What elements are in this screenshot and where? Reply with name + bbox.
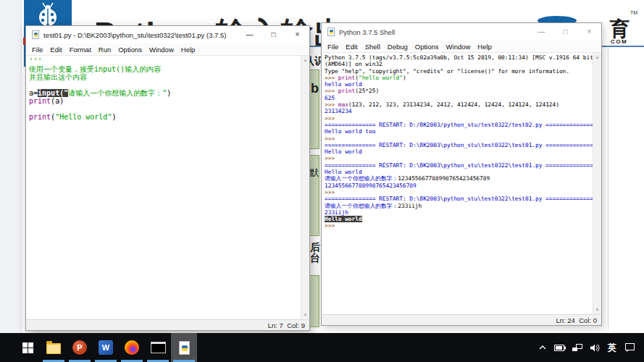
editor-window-title: test01.py - D:\BK2003\python_stu\test032… [43,31,226,39]
editor-menu-format[interactable]: Format [66,46,95,54]
editor-text-area[interactable]: '''使用一个变量，接受input()输入的内容并且输出这个内容 a=input… [26,56,309,319]
code-line: Type "help", "copyright", "credits" or "… [325,68,593,75]
action-center-icon[interactable] [624,341,635,354]
scroll-down-icon[interactable]: ▼ [593,306,601,314]
scroll-up-icon[interactable]: ▲ [593,53,601,62]
code-line: print("Hello world") [29,113,301,121]
taskbar-word[interactable]: W [93,333,119,362]
editor-cursor-position: Ln: 7 Col: 9 [268,321,305,329]
shell-minimize-button[interactable]: — [530,23,553,41]
slide-text-fragment: 默 [309,167,319,180]
editor-window: test01.py - D:\BK2003\python_stu\test032… [25,25,310,331]
brand-com: COM [611,38,627,45]
code-line: =============== RESTART: D:\BK2003\pytho… [325,195,593,202]
taskbar-firefox[interactable] [119,333,145,362]
file-explorer-icon [46,343,61,354]
code-line: >>> [325,222,593,229]
code-line: =============== RESTART: D:/BK2003/pytho… [325,122,593,128]
battery-icon[interactable] [554,341,566,354]
python-idle-icon [179,341,190,355]
code-line: print(a) [29,97,301,105]
shell-menubar: FileEditShellDebugOptionsWindowHelp [322,41,601,53]
shell-window-title: Python 3.7.5 Shell [339,28,395,36]
editor-menu-options[interactable]: Options [114,46,146,54]
shell-scrollbar[interactable]: ▲ ▼ [593,53,601,314]
brand-trademark: TM [630,10,637,15]
taskbar-powerpoint[interactable]: P [67,333,93,362]
code-line: Python 3.7.5 (tags/v3.7.5:5c02a39a0b, Oc… [325,54,593,61]
editor-code[interactable]: '''使用一个变量，接受input()输入的内容并且输出这个内容 a=input… [26,56,301,319]
code-line: Hello world [325,216,593,222]
code-line: 并且输出这个内容 [29,73,301,81]
taskbar-file-explorer[interactable] [41,333,67,362]
shell-titlebar[interactable]: Python 3.7.5 Shell — □ × [322,23,601,41]
ladybug-icon [35,2,60,28]
terminal-icon [151,342,166,353]
editor-maximize-button[interactable]: □ [262,26,285,43]
slide-text-fragment: b [311,81,319,96]
shell-menu-help[interactable]: Help [474,43,495,51]
page-left-margin [0,0,22,333]
shell-transcript[interactable]: Python 3.7.5 (tags/v3.7.5:5c02a39a0b, Oc… [322,53,593,314]
taskbar-python-idle[interactable] [171,333,197,362]
code-line: 23134234 [325,108,593,114]
word-icon: W [99,340,113,355]
shell-menu-file[interactable]: File [324,43,342,51]
firefox-icon [125,340,139,355]
code-line: Hello world [325,148,593,155]
shell-menu-window[interactable]: Window [443,43,474,51]
start-button[interactable] [14,333,41,362]
shell-close-button[interactable]: × [577,23,601,41]
code-line: Hello world [325,169,593,175]
volume-icon[interactable] [589,341,601,354]
python-file-icon [32,30,39,39]
ime-label: 英 [608,342,616,354]
powerpoint-icon: P [72,340,87,355]
shell-maximize-button[interactable]: □ [553,23,577,41]
code-line: 使用一个变量，接受input()输入的内容 [29,65,301,73]
taskbar-terminal[interactable] [145,333,171,362]
taskbar: P W 英 [0,333,644,362]
editor-menu-file[interactable]: File [28,46,46,54]
editor-scrollbar[interactable]: ▲ ▼ [301,56,309,319]
code-line: 233iijh [325,209,593,216]
shell-menu-edit[interactable]: Edit [342,43,361,51]
scroll-up-icon[interactable]: ▲ [301,56,309,64]
page-edge-line [608,48,609,330]
network-icon[interactable] [572,341,583,354]
editor-minimize-button[interactable]: — [238,26,262,43]
shell-window: Python 3.7.5 Shell — □ × FileEditShellDe… [321,22,602,326]
code-line: >>> print("hello world") [325,75,593,81]
shell-menu-options[interactable]: Options [411,43,443,51]
windows-logo-icon [22,342,33,353]
code-line: >>> [325,155,593,161]
code-line: >>> [325,135,593,142]
code-line: a=input("请输入一个你想输入的数字：") [29,89,301,97]
ime-language-indicator[interactable]: 英 [606,341,618,354]
code-line: >>> [325,189,593,195]
hidden-icons-chevron-icon[interactable] [537,341,548,354]
code-line: 请输入一个你想输入的数字：123455667788998765423456789 [325,175,593,182]
code-line [29,105,301,113]
editor-titlebar[interactable]: test01.py - D:\BK2003\python_stu\test032… [26,26,309,43]
slide-text-fragment: 后台 [310,242,321,264]
python-shell-icon [327,28,335,36]
editor-close-button[interactable]: × [285,26,309,43]
shell-statusbar: Ln: 24 Col: 0 [322,314,601,325]
code-line: hello world [325,81,593,88]
shell-menu-debug[interactable]: Debug [384,43,411,51]
scroll-down-icon[interactable]: ▼ [301,311,309,319]
shell-menu-shell[interactable]: Shell [361,43,384,51]
editor-menu-help[interactable]: Help [177,46,199,54]
editor-menu-window[interactable]: Window [146,46,177,54]
code-line: (AMD64)] on win32 [325,61,593,67]
code-line [29,81,301,89]
code-line: ''' [29,57,301,65]
code-line: =============== RESTART: D:\BK2003\pytho… [325,162,593,169]
shell-text-area[interactable]: Python 3.7.5 (tags/v3.7.5:5c02a39a0b, Oc… [322,53,601,314]
code-line: =============== RESTART: D:\BK2003\pytho… [325,142,593,148]
editor-menu-run[interactable]: Run [95,46,114,54]
shell-cursor-position: Ln: 24 Col: 0 [556,316,597,324]
code-line: 123455667788998765423456789 [325,182,593,189]
editor-menu-edit[interactable]: Edit [46,46,65,54]
